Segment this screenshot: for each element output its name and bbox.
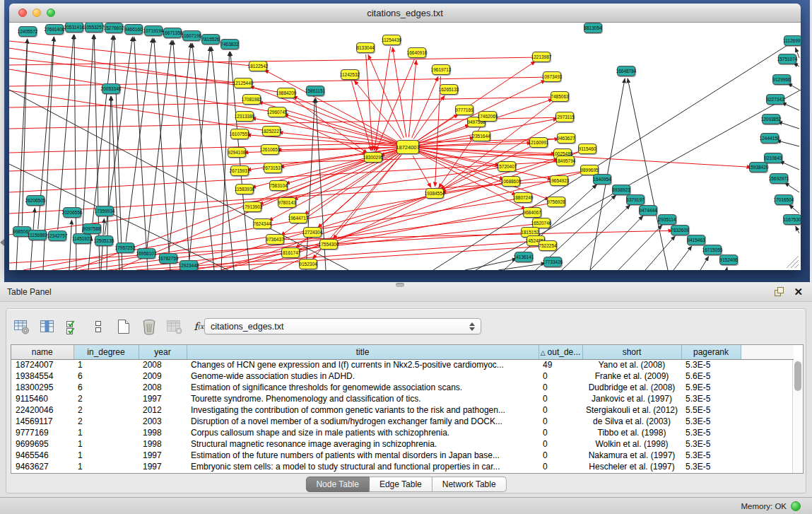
table-row[interactable]: 1830029562008Estimation of significance …: [11, 382, 794, 393]
graph-node[interactable]: 18122542: [249, 61, 267, 71]
table-cell[interactable]: 1: [73, 450, 139, 461]
graph-node[interactable]: 18495794: [556, 156, 575, 166]
table-cell[interactable]: 9115460: [11, 393, 73, 404]
row-height-icon[interactable]: [89, 317, 107, 336]
graph-node[interactable]: 11607196: [182, 30, 201, 41]
graph-node[interactable]: 18724007: [396, 140, 419, 154]
selection-mode-icon[interactable]: [64, 317, 82, 336]
graph-node[interactable]: 20053346: [102, 83, 120, 94]
tab-node-table[interactable]: Node Table: [305, 477, 370, 492]
graph-node[interactable]: 8133044: [356, 42, 375, 53]
column-header-out_de[interactable]: △out_de...: [539, 345, 582, 359]
delete-columns-icon[interactable]: [140, 317, 158, 336]
column-header-title[interactable]: title: [187, 345, 539, 359]
table-cell[interactable]: 1998: [139, 427, 187, 438]
graph-node[interactable]: 12405572: [18, 26, 37, 37]
table-selector-dropdown[interactable]: citations_edges.txt: [204, 318, 481, 334]
column-header-pagerank[interactable]: pagerank: [681, 345, 741, 359]
table-row[interactable]: 2242004622012Investigating the contribut…: [11, 404, 794, 416]
graph-node[interactable]: 16265133: [440, 84, 458, 95]
table-cell[interactable]: 9463627: [11, 461, 73, 472]
column-header-name[interactable]: name: [11, 345, 73, 359]
graph-node[interactable]: 11583936: [235, 184, 254, 194]
table-cell[interactable]: 0: [539, 404, 582, 416]
table-cell[interactable]: 1: [73, 461, 139, 472]
graph-node[interactable]: 14136141: [514, 252, 533, 262]
table-cell[interactable]: 1: [73, 438, 139, 450]
table-cell[interactable]: Wolkin et al. (1998): [582, 438, 681, 450]
table-cell[interactable]: 0: [539, 461, 582, 472]
graph-node[interactable]: 15692971: [770, 173, 788, 184]
graph-node[interactable]: 18161747: [281, 247, 300, 258]
panel-collapse-arrow[interactable]: [0, 239, 4, 246]
graph-node[interactable]: 9115460: [578, 144, 596, 154]
graph-node[interactable]: 9227343: [766, 94, 784, 105]
graph-node[interactable]: 9152304: [299, 259, 317, 269]
minimize-window-button[interactable]: [33, 8, 41, 17]
table-row[interactable]: 1456911722003Disruption of a novel membe…: [11, 416, 794, 427]
graph-node[interactable]: 12213987: [532, 52, 551, 62]
graph-node[interactable]: 17554300: [319, 239, 338, 250]
table-cell[interactable]: Changes of HCN gene expression and I(f) …: [187, 359, 539, 370]
graph-node[interactable]: 15720407: [498, 161, 516, 172]
column-header-short[interactable]: short: [582, 345, 681, 359]
table-cell[interactable]: 9777169: [11, 427, 73, 438]
show-columns-icon[interactable]: [38, 317, 57, 336]
graph-node[interactable]: 15276602: [105, 23, 123, 33]
table-cell[interactable]: 14569117: [11, 416, 73, 427]
graph-node[interactable]: 10719194: [144, 25, 163, 36]
graph-node[interactable]: 9152406: [719, 255, 738, 265]
table-cell[interactable]: Embryonic stem cells: a model to study s…: [187, 461, 539, 472]
table-cell[interactable]: 2: [73, 416, 139, 427]
graph-node[interactable]: 16782759: [159, 253, 177, 264]
table-cell[interactable]: 49: [539, 359, 582, 370]
tab-network-table[interactable]: Network Table: [433, 477, 507, 492]
graph-node[interactable]: 26731537: [264, 163, 282, 173]
graph-node[interactable]: 9736437: [266, 234, 284, 245]
graph-node[interactable]: 17359934: [95, 206, 114, 216]
graph-node[interactable]: 11242532: [341, 69, 359, 80]
table-row[interactable]: 946362711997Embryonic stem cells: a mode…: [11, 461, 794, 472]
graph-node[interactable]: 16671358: [163, 28, 182, 38]
graph-node[interactable]: 10688609: [502, 176, 520, 187]
close-window-button[interactable]: [18, 8, 27, 17]
table-cell[interactable]: Disruption of a novel member of a sodium…: [187, 416, 539, 427]
table-cell[interactable]: 5.5E-5: [681, 404, 741, 416]
graph-node[interactable]: 16640910: [408, 47, 426, 58]
table-cell[interactable]: 5.3E-5: [681, 416, 741, 427]
table-cell[interactable]: 5.3E-5: [681, 438, 741, 450]
graph-node[interactable]: 2935114: [658, 214, 676, 225]
new-column-icon[interactable]: [114, 317, 133, 336]
table-cell[interactable]: 22420046: [11, 404, 73, 416]
table-cell[interactable]: 19384554: [11, 370, 73, 382]
graph-node[interactable]: 19884209: [277, 88, 295, 98]
table-cell[interactable]: 0: [539, 370, 582, 382]
float-panel-icon[interactable]: [774, 286, 784, 297]
table-cell[interactable]: 2003: [139, 416, 187, 427]
graph-node[interactable]: 10973493: [543, 71, 561, 82]
graph-node[interactable]: 9294108: [228, 147, 246, 158]
network-window-titlebar[interactable]: citations_edges.txt: [9, 4, 801, 23]
graph-node[interactable]: 19384554: [425, 188, 444, 199]
graph-node[interactable]: 18300295: [364, 152, 382, 163]
table-cell[interactable]: de Silva et al. (2003): [582, 416, 681, 427]
graph-node[interactable]: 18807249: [514, 192, 532, 203]
graph-node[interactable]: 1640954: [593, 174, 611, 185]
table-cell[interactable]: 5.3E-5: [681, 427, 741, 438]
table-cell[interactable]: 5.3E-5: [681, 450, 741, 461]
graph-node[interactable]: 15938420: [749, 162, 767, 173]
table-cell[interactable]: 5.9E-5: [681, 382, 741, 393]
graph-node[interactable]: 7485063: [551, 91, 569, 102]
graph-node[interactable]: 19654923: [550, 175, 568, 186]
graph-node[interactable]: 8938923: [612, 185, 630, 195]
table-cell[interactable]: 2009: [139, 370, 187, 382]
table-cell[interactable]: 0: [539, 382, 582, 393]
graph-node[interactable]: 16107553: [230, 129, 249, 139]
zoom-window-button[interactable]: [47, 8, 55, 17]
table-cell[interactable]: Structural magnetic resonance image aver…: [187, 438, 539, 450]
graph-node[interactable]: 17462069: [478, 111, 497, 122]
graph-node[interactable]: 9210643: [764, 153, 782, 163]
graph-node[interactable]: 7632609: [671, 225, 689, 235]
graph-node[interactable]: 6379197: [626, 194, 645, 205]
graph-node[interactable]: 9474444: [639, 205, 657, 216]
